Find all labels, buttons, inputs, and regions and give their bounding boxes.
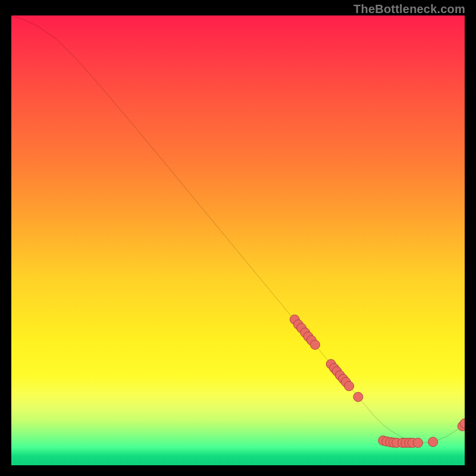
data-marker — [345, 381, 354, 391]
bottleneck-curve — [11, 15, 465, 443]
data-markers — [290, 315, 465, 447]
chart-stage: TheBottleneck.com — [0, 0, 476, 476]
data-marker — [428, 437, 438, 447]
data-marker — [353, 392, 363, 402]
curve-overlay — [11, 15, 465, 465]
plot-area — [11, 15, 465, 465]
data-marker — [414, 438, 423, 447]
watermark-text: TheBottleneck.com — [353, 2, 465, 16]
data-marker — [311, 340, 320, 349]
